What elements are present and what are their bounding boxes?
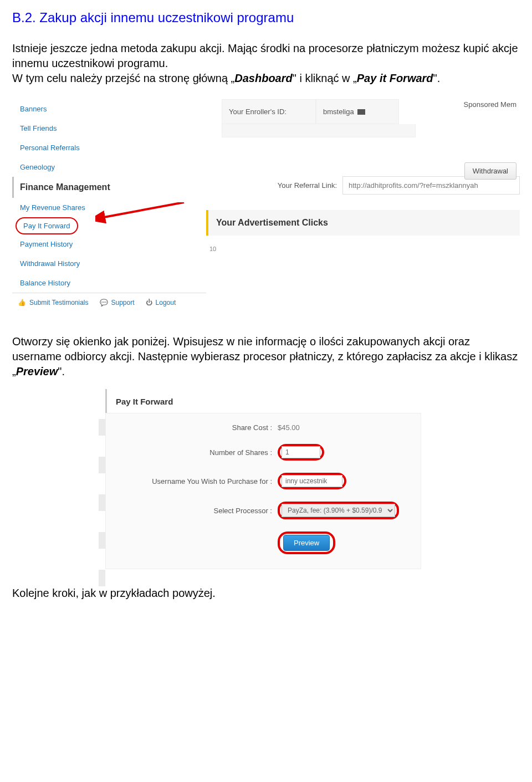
- submit-testimonials-label: Submit Testimonials: [29, 299, 89, 306]
- sidebar: Banners Tell Friends Personal Referrals …: [12, 96, 206, 312]
- sidebar-item-withdrawal-history[interactable]: Withdrawal History: [12, 254, 206, 273]
- sidebar-item-pay-it-forward[interactable]: Pay It Forward: [16, 217, 78, 234]
- enroller-id-label: Your Enroller's ID:: [222, 99, 316, 124]
- sidebar-item-payment-history[interactable]: Payment History: [12, 234, 206, 254]
- screenshot-pif-form: Pay It Forward Share Cost : $45.00 Numbe…: [105, 389, 421, 569]
- sidebar-item-tell-friends[interactable]: Tell Friends: [12, 119, 206, 138]
- username-label: Username You Wish to Purchase for :: [111, 477, 278, 485]
- sponsored-label: Sponsored Mem: [464, 100, 516, 109]
- sidebar-bottom-bar: 👍 Submit Testimonials 💬 Support ⏻ Logout: [12, 293, 206, 312]
- support-link[interactable]: 💬 Support: [94, 293, 140, 312]
- chat-icon: 💬: [100, 299, 108, 306]
- mail-icon[interactable]: [357, 109, 365, 115]
- preview-highlight: Preview: [278, 531, 335, 554]
- processor-select[interactable]: PayZa, fee: (3.90% + $0.59)/0.96: [282, 504, 395, 517]
- pif-keyword: Pay it Forward: [357, 72, 433, 84]
- ad-clicks-header: Your Advertisement Clicks: [206, 210, 520, 236]
- intro-text-2-post: ".: [433, 72, 441, 84]
- processor-label: Select Processor :: [111, 507, 278, 515]
- referral-link-label: Your Referral Link:: [278, 181, 337, 190]
- middle-text-post: ".: [58, 365, 65, 377]
- share-cost-label: Share Cost :: [111, 423, 278, 432]
- dashboard-keyword: Dashboard: [234, 72, 292, 84]
- sidebar-item-revenue-shares[interactable]: My Revenue Shares: [12, 198, 206, 217]
- num-shares-highlight: [278, 444, 324, 461]
- username-highlight: [278, 473, 346, 489]
- section-heading: B.2. Zakup akcji innemu uczestnikowi pro…: [12, 10, 532, 25]
- closing-paragraph: Kolejne kroki, jak w przykładach powyżej…: [12, 586, 520, 601]
- logout-link[interactable]: ⏻ Logout: [140, 293, 182, 312]
- chart-axis-ten: 10: [209, 246, 520, 252]
- intro-text-2-mid: " i kliknąć w „: [293, 72, 357, 84]
- thumbs-up-icon: 👍: [18, 299, 26, 306]
- screenshot-dashboard: Banners Tell Friends Personal Referrals …: [12, 96, 520, 312]
- intro-text-1: Istnieje jeszcze jedna metoda zakupu akc…: [12, 42, 518, 69]
- enroller-id-value: bmsteliga: [316, 99, 399, 124]
- sidebar-item-balance-history[interactable]: Balance History: [12, 273, 206, 293]
- sidebar-item-personal-referrals[interactable]: Personal Referrals: [12, 138, 206, 157]
- username-input[interactable]: [282, 475, 342, 487]
- preview-keyword: Preview: [16, 365, 58, 377]
- support-label: Support: [111, 299, 135, 306]
- withdrawal-button[interactable]: Withdrawal: [464, 162, 516, 180]
- middle-paragraph: Otworzy się okienko jak poniżej. Wpisuje…: [12, 334, 520, 379]
- sidebar-item-banners[interactable]: Banners: [12, 99, 206, 119]
- processor-highlight: PayZa, fee: (3.90% + $0.59)/0.96: [278, 502, 399, 519]
- edge-decoration: [99, 419, 105, 607]
- main-area: Your Enroller's ID: bmsteliga Your Refer…: [206, 96, 520, 312]
- sidebar-item-geneology[interactable]: Geneology: [12, 157, 206, 177]
- intro-paragraph: Istnieje jeszcze jedna metoda zakupu akc…: [12, 41, 520, 86]
- share-cost-value: $45.00: [278, 423, 300, 432]
- preview-button[interactable]: Preview: [283, 535, 330, 551]
- num-shares-label: Number of Shares :: [111, 448, 278, 457]
- intro-text-2-pre: W tym celu należy przejść na stronę głów…: [12, 72, 234, 84]
- submit-testimonials-link[interactable]: 👍 Submit Testimonials: [12, 293, 94, 312]
- logout-label: Logout: [156, 299, 176, 306]
- power-icon: ⏻: [146, 299, 152, 306]
- sidebar-header-finance: Finance Management: [12, 177, 206, 198]
- middle-text: Otworzy się okienko jak poniżej. Wpisuje…: [12, 335, 518, 377]
- enroller-id-text: bmsteliga: [323, 108, 354, 116]
- pif-form-title: Pay It Forward: [105, 389, 421, 413]
- num-shares-input[interactable]: [282, 446, 320, 458]
